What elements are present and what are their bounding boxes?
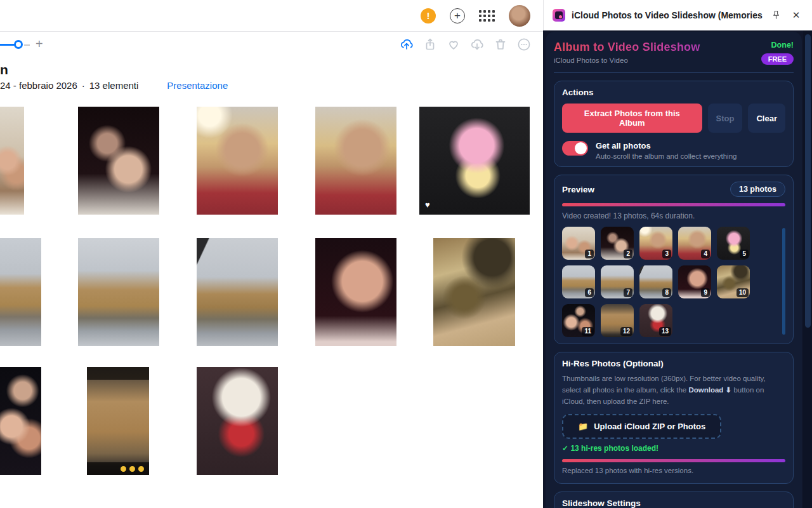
popup-card: Album to Video Slideshow iCloud Photos t… [546,32,802,508]
thumb-number: 4 [701,250,710,258]
toggle-description: Auto-scroll the album and collect everyt… [596,152,737,160]
photo-9-girl-lollipop[interactable] [315,238,396,346]
preview-thumbnails: 1 2 3 4 5 6 7 8 9 10 11 12 13 [562,227,785,337]
close-icon[interactable]: ✕ [789,8,803,22]
album-title: n [0,62,8,77]
thumbnails-scrollbar[interactable] [782,228,785,335]
slideshow-link[interactable]: Presentazione [167,80,228,91]
thumb-number: 6 [585,288,594,297]
share-icon[interactable] [422,37,438,52]
photo-12-dog-screenshot[interactable] [87,367,149,475]
get-all-photos-toggle[interactable] [562,141,588,156]
thumb-number: 3 [662,250,671,258]
thumb-number: 1 [585,250,594,258]
preview-thumb-11[interactable]: 11 [562,304,595,337]
preview-thumb-8[interactable]: 8 [639,265,672,298]
preview-section: Preview 13 photos Video created! 13 phot… [554,175,794,344]
favorite-heart-icon[interactable] [446,37,461,52]
add-icon[interactable]: + [450,8,465,23]
actions-heading: Actions [562,88,785,97]
extension-popup-body: Album to Video Slideshow iCloud Photos t… [543,30,812,508]
thumb-number: 13 [659,327,671,336]
thumb-number: 8 [662,288,671,297]
cloud-download-icon[interactable] [469,37,485,52]
cloud-upload-icon[interactable] [399,37,414,52]
photo-8-colosseum-street[interactable] [197,238,278,346]
hires-desc-download: Download ⬇ [688,386,731,394]
preview-thumb-3[interactable]: 3 [639,227,672,260]
plus-glyph: + [454,10,461,22]
preview-thumb-6[interactable]: 6 [562,265,595,298]
preview-thumb-5[interactable]: 5 [717,227,750,260]
popup-title-block: Album to Video Slideshow iCloud Photos t… [554,41,794,65]
photo-11-night-group-selfie[interactable] [0,367,41,475]
avatar[interactable] [509,5,530,27]
zoom-slider-track-rest [24,44,30,46]
extension-popup-panel: iCloud Photos to Video Slideshow (Memori… [543,0,812,508]
actions-section: Actions Extract Photos from this Album S… [554,81,794,167]
photo-4-boy-red-shirt[interactable] [315,107,396,215]
thumb-number: 5 [740,250,749,258]
photo-3-boy-red-shirt[interactable] [197,107,278,215]
extension-popup-title: iCloud Photos to Video Slideshow (Memori… [572,10,763,20]
photo-2-dark-selfie[interactable] [78,107,159,215]
icloud-topbar: ! + [0,0,543,32]
screenshot-top-bar [87,367,149,380]
settings-section: Slideshow Settings Photo Duration Transi… [554,491,794,508]
preview-thumb-13[interactable]: 13 [639,304,672,337]
thumb-number: 7 [624,288,632,297]
more-ellipsis-icon[interactable] [516,37,532,52]
popup-subtitle: iCloud Photos to Video [554,57,761,64]
free-badge: FREE [761,53,794,65]
hires-progress-bar [562,459,785,462]
popup-title: Album to Video Slideshow [554,41,761,54]
hires-replaced-message: Replaced 13 photos with hi-res versions. [562,467,785,477]
preview-thumb-1[interactable]: 1 [562,227,595,260]
hires-heading: Hi-Res Photos (Optional) [562,359,785,368]
screenshot-bottom-bar [87,462,149,475]
apps-grid-icon[interactable] [479,10,495,22]
hires-success-message: ✓ 13 hi-res photos loaded! [562,444,785,453]
screen: ! + + [0,0,812,508]
preview-thumb-12[interactable]: 12 [601,304,634,337]
preview-thumb-7[interactable]: 7 [601,265,634,298]
thumb-number: 2 [624,250,632,258]
icloud-photos-page: ! + + [0,0,543,508]
upload-button-label: Upload iCloud ZIP or Photos [594,422,705,431]
alert-icon[interactable]: ! [421,8,436,23]
thumb-number: 10 [737,288,749,297]
favorite-heart-badge: ♥ [425,200,430,210]
album-date: 24 - febbraio 2026 [0,80,77,91]
status-done: Done! [761,41,794,50]
clear-button[interactable]: Clear [748,104,785,133]
album-count: 13 elementi [89,80,139,91]
pin-icon[interactable] [769,8,783,22]
album-separator: · [82,80,85,91]
preview-heading: Preview [562,185,594,194]
photo-5-pink-teddy-bear[interactable]: ♥ [419,107,530,215]
photo-1-kids-selfie[interactable] [0,107,24,215]
upload-zip-button[interactable]: 📁 Upload iCloud ZIP or Photos [562,414,721,439]
photo-7-colosseum[interactable] [78,238,159,346]
zoom-slider-track[interactable] [0,44,15,46]
photo-13-hello-kitty[interactable] [197,367,278,475]
extract-photos-button[interactable]: Extract Photos from this Album [562,104,702,133]
zoom-slider-knob[interactable] [14,40,23,49]
hires-description: Thumbnails are low resolution (360px). F… [562,373,785,407]
preview-thumb-10[interactable]: 10 [717,265,750,298]
delete-trash-icon[interactable] [493,37,508,52]
photo-count-badge: 13 photos [730,182,785,197]
preview-thumb-2[interactable]: 2 [601,227,634,260]
preview-thumb-4[interactable]: 4 [678,227,711,260]
thumb-number: 11 [582,327,594,336]
panel-scrollbar-thumb[interactable] [805,34,811,328]
alert-glyph: ! [427,10,430,21]
preview-status: Video created! 13 photos, 64s duration. [562,211,785,220]
zoom-in-icon[interactable]: + [36,37,43,51]
toggle-label: Get all photos [596,141,737,150]
preview-thumb-9[interactable]: 9 [678,265,711,298]
stop-button[interactable]: Stop [708,104,743,133]
photo-10-tortoise[interactable] [433,238,515,346]
album-subtitle: 24 - febbraio 2026 · 13 elementi Present… [0,80,228,91]
photo-6-colosseum[interactable] [0,238,41,346]
